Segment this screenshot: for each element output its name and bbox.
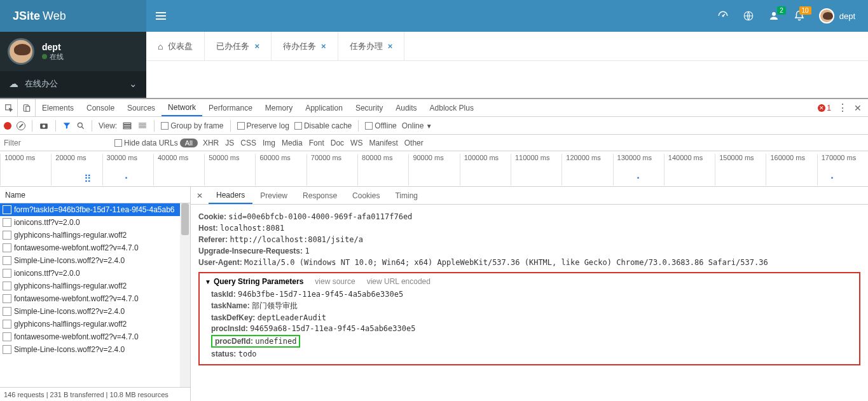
detail-tab-response[interactable]: Response <box>295 187 345 204</box>
timeline-marker: ⠂ <box>124 173 132 185</box>
search-icon[interactable] <box>76 121 85 130</box>
preserve-log-checkbox[interactable]: Preserve log <box>237 121 289 130</box>
close-icon[interactable]: × <box>254 41 259 51</box>
sidebar-item-label: 在线办公 <box>25 78 58 90</box>
tab-仪表盘[interactable]: ⌂仪表盘 <box>146 32 205 60</box>
devtools-tab-sources[interactable]: Sources <box>121 99 162 116</box>
query-param: taskName: 部门领导审批 <box>211 301 854 311</box>
tab-待办任务[interactable]: 待办任务× <box>272 32 338 60</box>
view-small-icon[interactable] <box>137 121 148 130</box>
record-icon[interactable] <box>4 122 11 130</box>
file-icon <box>3 269 11 278</box>
sidebar-user[interactable]: dept 在线 <box>0 32 146 71</box>
close-icon[interactable]: × <box>388 41 393 51</box>
filter-type-js[interactable]: JS <box>225 139 234 147</box>
view-source-link[interactable]: view source <box>315 277 355 286</box>
request-row[interactable]: Simple-Line-Icons.woff2?v=2.4.0 <box>0 305 190 318</box>
svg-point-7 <box>43 125 46 128</box>
hide-data-urls-checkbox[interactable]: Hide data URLs <box>114 139 178 147</box>
filter-type-media[interactable]: Media <box>282 139 303 147</box>
devtools-menu-icon[interactable]: ⋮ <box>837 102 848 114</box>
close-detail-icon[interactable]: ✕ <box>191 191 209 200</box>
timeline-tick: 120000 ms <box>561 154 612 186</box>
devtools-tab-network[interactable]: Network <box>162 99 202 116</box>
network-timeline[interactable]: 10000 ms20000 ms30000 ms40000 ms50000 ms… <box>0 151 868 187</box>
devtools-tab-memory[interactable]: Memory <box>259 99 299 116</box>
file-icon <box>3 307 11 316</box>
online-select[interactable]: Online ▼ <box>402 121 432 130</box>
filter-type-font[interactable]: Font <box>309 139 324 147</box>
detail-tab-headers[interactable]: Headers <box>209 187 252 204</box>
request-row[interactable]: glyphicons-halflings-regular.woff2 <box>0 229 190 241</box>
request-row[interactable]: form?taskId=946b3fbe-15d7-11ea-9f45-4a5a… <box>0 203 190 216</box>
detail-body: Cookie: sid=00e6bfcb-0100-4000-969f-afa0… <box>191 205 868 401</box>
detail-tab-cookies[interactable]: Cookies <box>345 187 387 204</box>
devtools-tab-security[interactable]: Security <box>349 99 389 116</box>
app-logo[interactable]: JSite Web <box>0 0 146 32</box>
scrollbar[interactable] <box>180 203 190 387</box>
filter-type-img[interactable]: Img <box>263 139 275 147</box>
devtools-close-icon[interactable]: ✕ <box>854 103 862 113</box>
request-row[interactable]: fontawesome-webfont.woff2?v=4.7.0 <box>0 292 190 305</box>
devtools-tab-audits[interactable]: Audits <box>389 99 423 116</box>
close-icon[interactable]: × <box>321 41 326 51</box>
group-by-frame-checkbox[interactable]: Group by frame <box>161 121 223 130</box>
devtools-tab-adblock plus[interactable]: Adblock Plus <box>424 99 480 116</box>
hamburger-button[interactable] <box>146 0 176 32</box>
filter-type-css[interactable]: CSS <box>240 139 256 147</box>
file-icon <box>3 282 11 290</box>
request-row[interactable]: glyphicons-halflings-regular.woff2 <box>0 280 190 292</box>
sidebar: dept 在线 ☁ 在线办公 ⌄ <box>0 32 146 98</box>
error-count[interactable]: ✕ 1 <box>818 104 831 112</box>
filter-type-other[interactable]: Other <box>404 139 424 147</box>
detail-tab-timing[interactable]: Timing <box>387 187 425 204</box>
view-large-icon[interactable] <box>122 121 132 130</box>
sidebar-item-online-office[interactable]: ☁ 在线办公 ⌄ <box>0 71 146 97</box>
sidebar-user-name: dept <box>42 42 64 52</box>
filter-input[interactable] <box>0 137 114 149</box>
bell-icon[interactable]: 10 <box>794 10 805 22</box>
request-row[interactable]: ionicons.ttf?v=2.0.0 <box>0 267 190 280</box>
globe-icon[interactable] <box>743 10 754 22</box>
header-line: User-Agent: Mozilla/5.0 (Windows NT 10.0… <box>198 258 860 267</box>
request-row[interactable]: ionicons.ttf?v=2.0.0 <box>0 216 190 229</box>
file-icon <box>3 256 11 265</box>
user-menu[interactable]: dept <box>819 8 855 24</box>
filter-type-doc[interactable]: Doc <box>331 139 344 147</box>
request-row[interactable]: fontawesome-webfont.woff2?v=4.7.0 <box>0 330 190 343</box>
devtools-tab-elements[interactable]: Elements <box>36 99 80 116</box>
clear-icon[interactable] <box>17 121 25 130</box>
tab-任务办理[interactable]: 任务办理× <box>338 32 405 60</box>
devtools-tab-console[interactable]: Console <box>80 99 121 116</box>
request-row[interactable]: Simple-Line-Icons.woff2?v=2.4.0 <box>0 343 190 356</box>
request-row[interactable]: glyphicons-halflings-regular.woff2 <box>0 318 190 330</box>
filter-type-all[interactable]: All <box>180 139 198 147</box>
dashboard-icon[interactable] <box>717 10 729 22</box>
offline-checkbox[interactable]: Offline <box>365 121 396 130</box>
status-dot-icon <box>42 54 47 59</box>
detail-tab-preview[interactable]: Preview <box>252 187 295 204</box>
collapse-icon[interactable]: ▼ <box>205 278 211 285</box>
filter-icon[interactable] <box>62 121 71 130</box>
filter-type-xhr[interactable]: XHR <box>203 139 219 147</box>
file-icon <box>3 320 11 329</box>
devtools-tab-performance[interactable]: Performance <box>202 99 259 116</box>
inspect-element-icon[interactable] <box>0 99 18 116</box>
request-row[interactable]: fontawesome-webfont.woff2?v=4.7.0 <box>0 241 190 254</box>
user-label: dept <box>839 11 855 21</box>
camera-icon[interactable] <box>39 121 49 130</box>
devtools-tab-application[interactable]: Application <box>299 99 349 116</box>
device-toggle-icon[interactable] <box>18 99 36 116</box>
view-url-encoded-link[interactable]: view URL encoded <box>367 277 431 286</box>
request-list-header[interactable]: Name <box>0 187 190 203</box>
tab-已办任务[interactable]: 已办任务× <box>205 32 272 60</box>
query-param: procInsId: 94659a68-15d7-11ea-9f45-4a5ab… <box>211 324 854 333</box>
filter-type-manifest[interactable]: Manifest <box>369 139 397 147</box>
disable-cache-checkbox[interactable]: Disable cache <box>294 121 352 130</box>
filter-type-ws[interactable]: WS <box>350 139 362 147</box>
user-icon[interactable]: 2 <box>768 10 780 22</box>
header-line: Upgrade-Insecure-Requests: 1 <box>198 247 860 255</box>
file-icon <box>3 345 11 354</box>
request-row[interactable]: Simple-Line-Icons.woff2?v=2.4.0 <box>0 254 190 267</box>
error-icon: ✕ <box>818 104 825 112</box>
